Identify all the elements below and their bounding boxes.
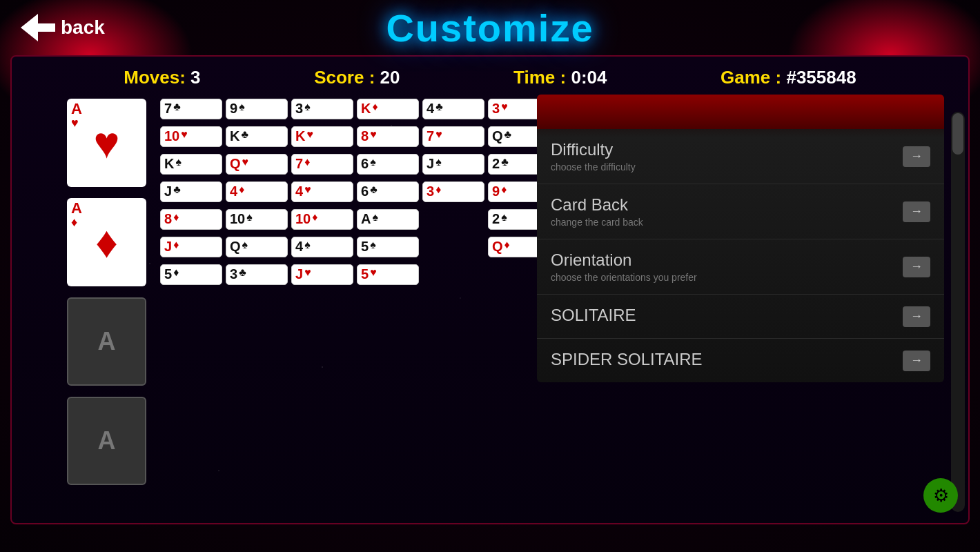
stats-bar: Moves: 3 Score : 20 Time : 0:04 Game : #…: [12, 57, 968, 99]
orientation-menu-item[interactable]: Orientation choose the orientations you …: [537, 239, 944, 295]
tableau-col-2: 9♠ K♣ Q♥ 4♦ 10♠ Q♠ 3♣: [226, 99, 288, 485]
solitaire-menu-item[interactable]: SOLITAIRE →: [537, 295, 944, 339]
customize-panel: Difficulty choose the difficulty → Card …: [537, 95, 944, 382]
back-button[interactable]: back: [21, 14, 105, 41]
difficulty-subtitle: choose the difficulty: [551, 161, 636, 172]
table-row[interactable]: 5♥: [357, 264, 419, 285]
table-row[interactable]: 10♦: [291, 209, 353, 230]
table-row[interactable]: K♣: [226, 126, 288, 147]
table-row[interactable]: Q♥: [226, 154, 288, 175]
time-label: Time :: [513, 67, 566, 88]
orientation-subtitle: choose the orientations you prefer: [551, 272, 697, 283]
time-value: 0:04: [571, 67, 607, 88]
orientation-title: Orientation: [551, 250, 697, 270]
moves-value: 3: [190, 67, 200, 88]
table-row[interactable]: Q♠: [226, 237, 288, 257]
orientation-arrow[interactable]: →: [903, 257, 930, 277]
foundation-empty-2: A: [67, 397, 146, 485]
table-row[interactable]: K♥: [291, 126, 353, 147]
table-row[interactable]: 5♠: [357, 237, 419, 257]
orientation-text: Orientation choose the orientations you …: [551, 250, 697, 283]
table-row[interactable]: 3♣: [226, 264, 288, 285]
foundation-column: A ♥ ♥ A ♦ ♦ A A: [67, 99, 146, 485]
tableau-col-1: 7♣ 10♥ K♠ J♣ 8♦ J♦ 5♦: [160, 99, 222, 485]
solitaire-text: SOLITAIRE: [551, 306, 636, 327]
table-row[interactable]: J♣: [160, 181, 222, 202]
table-row[interactable]: 5♦: [160, 264, 222, 285]
table-row[interactable]: 10♠: [226, 209, 288, 230]
table-row[interactable]: 4♠: [291, 237, 353, 257]
table-row[interactable]: 8♦: [160, 209, 222, 230]
panel-header: [537, 95, 944, 129]
card-back-subtitle: change the card back: [551, 217, 643, 228]
card-back-menu-item[interactable]: Card Back change the card back →: [537, 184, 944, 239]
difficulty-menu-item[interactable]: Difficulty choose the difficulty →: [537, 129, 944, 184]
table-row[interactable]: 6♠: [357, 154, 419, 175]
table-row[interactable]: 7♦: [291, 154, 353, 175]
page-title: Customize: [386, 6, 594, 50]
game-label: Game :: [721, 67, 781, 88]
card-back-text: Card Back change the card back: [551, 195, 643, 228]
table-row[interactable]: 4♥: [291, 181, 353, 202]
table-row[interactable]: J♠: [422, 154, 484, 175]
tableau-col-3: 3♠ K♥ 7♦ 4♥ 10♦ 4♠ J♥: [291, 99, 353, 485]
table-row[interactable]: 10♥: [160, 126, 222, 147]
table-row[interactable]: 9♠: [226, 99, 288, 119]
back-arrow-icon: [21, 14, 55, 41]
foundation-card-1[interactable]: A ♥ ♥: [67, 99, 146, 187]
card-back-arrow[interactable]: →: [903, 201, 930, 222]
moves-stat: Moves: 3: [124, 67, 200, 88]
score-label: Score :: [314, 67, 375, 88]
time-stat: Time : 0:04: [513, 67, 607, 88]
spider-solitaire-text: SPIDER SOLITAIRE: [551, 350, 703, 371]
moves-label: Moves:: [124, 67, 186, 88]
table-row[interactable]: K♠: [160, 154, 222, 175]
difficulty-title: Difficulty: [551, 140, 636, 159]
tableau-col-4: K♦ 8♥ 6♠ 6♣ A♠ 5♠ 5♥: [357, 99, 419, 485]
game-area: Moves: 3 Score : 20 Time : 0:04 Game : #…: [10, 55, 970, 524]
tableau-col-5: 4♣ 7♥ J♠ 3♦: [422, 99, 484, 485]
difficulty-arrow[interactable]: →: [903, 146, 930, 167]
table-row[interactable]: 4♣: [422, 99, 484, 119]
table-row[interactable]: 4♦: [226, 181, 288, 202]
header: back Customize: [0, 0, 980, 55]
foundation-empty-1: A: [67, 297, 146, 386]
foundation-card-2[interactable]: A ♦ ♦: [67, 198, 146, 286]
card-back-title: Card Back: [551, 195, 643, 215]
spider-solitaire-arrow[interactable]: →: [903, 351, 930, 371]
spider-solitaire-menu-item[interactable]: SPIDER SOLITAIRE →: [537, 339, 944, 382]
table-row[interactable]: J♦: [160, 237, 222, 257]
gear-button[interactable]: ⚙: [923, 478, 958, 513]
table-row[interactable]: K♦: [357, 99, 419, 119]
spider-solitaire-title: SPIDER SOLITAIRE: [551, 350, 703, 369]
back-label: back: [61, 17, 105, 39]
table-row[interactable]: 3♠: [291, 99, 353, 119]
table-row[interactable]: J♥: [291, 264, 353, 285]
score-stat: Score : 20: [314, 67, 400, 88]
table-row[interactable]: 7♣: [160, 99, 222, 119]
game-value: #355848: [786, 67, 856, 88]
solitaire-arrow[interactable]: →: [903, 306, 930, 327]
game-stat: Game : #355848: [721, 67, 856, 88]
table-row[interactable]: 3♦: [422, 181, 484, 202]
table-row[interactable]: 7♥: [422, 126, 484, 147]
table-row[interactable]: 6♣: [357, 181, 419, 202]
score-value: 20: [380, 67, 400, 88]
solitaire-title: SOLITAIRE: [551, 306, 636, 325]
table-row[interactable]: 8♥: [357, 126, 419, 147]
table-row[interactable]: A♠: [357, 209, 419, 230]
background: back Customize Moves: 3 Score : 20 Time …: [0, 0, 980, 552]
difficulty-text: Difficulty choose the difficulty: [551, 140, 636, 172]
